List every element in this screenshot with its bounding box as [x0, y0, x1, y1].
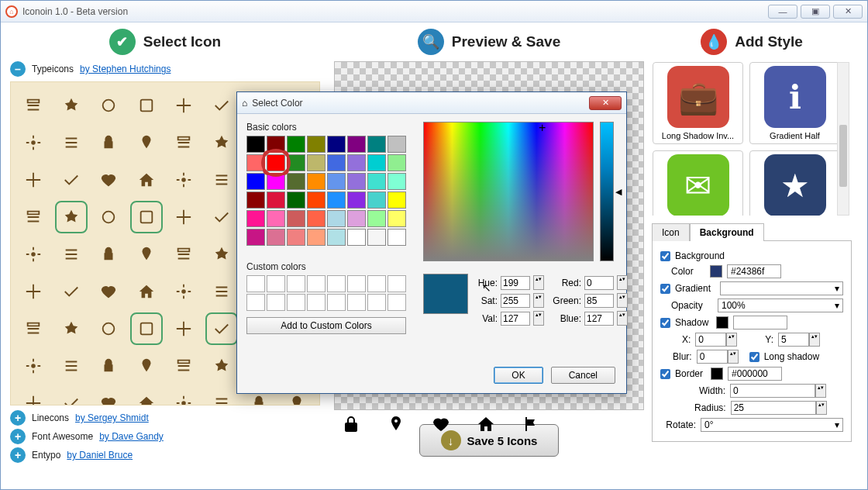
icon-cell[interactable]: [55, 238, 88, 271]
icon-cell[interactable]: [205, 350, 238, 382]
basic-color-swatch[interactable]: [388, 136, 406, 153]
val-spinner[interactable]: ▴▾: [533, 311, 544, 326]
blue-input[interactable]: [584, 312, 614, 326]
custom-color-swatch[interactable]: [246, 294, 265, 311]
icon-cell[interactable]: [17, 312, 50, 345]
icon-cell[interactable]: [17, 126, 50, 159]
iconset-author-link[interactable]: by Stephen Hutchings: [80, 64, 170, 74]
shadow-color-input[interactable]: [733, 316, 787, 330]
basic-color-swatch[interactable]: [327, 229, 346, 246]
minimize-button[interactable]: —: [768, 5, 797, 19]
color-input[interactable]: [727, 264, 781, 278]
basic-color-swatch[interactable]: [327, 136, 346, 153]
icon-cell[interactable]: [130, 126, 163, 159]
basic-color-swatch[interactable]: [307, 173, 326, 190]
tab-icon[interactable]: Icon: [652, 223, 690, 241]
custom-color-swatch[interactable]: [287, 275, 305, 292]
icon-cell[interactable]: [205, 238, 238, 271]
basic-color-swatch[interactable]: [307, 192, 326, 209]
icon-cell[interactable]: [205, 201, 238, 233]
basic-color-swatch[interactable]: [246, 173, 265, 190]
basic-color-swatch[interactable]: [267, 192, 285, 209]
basic-color-swatch[interactable]: [246, 192, 265, 209]
custom-color-swatch[interactable]: [388, 275, 406, 292]
border-checkbox[interactable]: [660, 369, 670, 379]
icon-cell[interactable]: [167, 312, 200, 345]
close-window-button[interactable]: ✕: [833, 5, 863, 19]
basic-color-swatch[interactable]: [367, 173, 386, 190]
icon-cell[interactable]: [130, 275, 163, 308]
basic-color-swatch[interactable]: [367, 210, 386, 227]
custom-color-swatch[interactable]: [327, 294, 346, 311]
icon-cell[interactable]: [167, 275, 200, 308]
basic-color-swatch[interactable]: [287, 210, 305, 227]
red-input[interactable]: [584, 276, 614, 290]
icon-cell[interactable]: [92, 238, 125, 271]
border-color-input[interactable]: [728, 367, 782, 381]
basic-color-swatch[interactable]: [307, 154, 326, 171]
basic-color-swatch[interactable]: [367, 192, 386, 209]
blur-input[interactable]: ▴▾: [697, 350, 739, 364]
green-spinner[interactable]: ▴▾: [617, 293, 628, 308]
icon-cell[interactable]: [167, 350, 200, 382]
icon-cell[interactable]: [130, 238, 163, 271]
icon-cell[interactable]: [205, 312, 238, 345]
hue-slider[interactable]: [600, 122, 614, 261]
basic-color-swatch[interactable]: [347, 154, 366, 171]
icon-cell[interactable]: [130, 201, 163, 233]
custom-color-swatch[interactable]: [367, 275, 386, 292]
icon-cell[interactable]: [55, 126, 88, 159]
icon-cell[interactable]: [17, 350, 50, 382]
basic-color-swatch[interactable]: [388, 229, 406, 246]
custom-color-swatch[interactable]: [267, 275, 285, 292]
sat-spinner[interactable]: ▴▾: [533, 293, 544, 308]
add-custom-button[interactable]: Add to Custom Colors: [246, 317, 406, 334]
basic-color-swatch[interactable]: [287, 192, 305, 209]
basic-color-swatch[interactable]: [267, 210, 285, 227]
icon-cell[interactable]: [92, 164, 125, 196]
icon-cell[interactable]: [55, 89, 88, 122]
sat-input[interactable]: [501, 294, 530, 308]
hue-input[interactable]: [501, 276, 530, 290]
shadow-swatch[interactable]: [716, 316, 728, 329]
titlebar[interactable]: ⌂ Iconoin 1.0 - Beta version — ▣ ✕: [1, 1, 867, 22]
cancel-button[interactable]: Cancel: [551, 367, 615, 384]
border-radius-input[interactable]: ▴▾: [731, 401, 843, 415]
icon-cell[interactable]: [92, 387, 125, 405]
basic-color-swatch[interactable]: [307, 136, 326, 153]
icon-cell[interactable]: [205, 387, 238, 405]
scrollbar-thumb[interactable]: [839, 125, 847, 187]
longshadow-checkbox[interactable]: [749, 352, 760, 362]
color-swatch[interactable]: [710, 265, 722, 278]
iconset-author-link[interactable]: by Daniel Bruce: [67, 450, 133, 461]
custom-color-swatch[interactable]: [388, 294, 406, 311]
basic-color-swatch[interactable]: [347, 229, 366, 246]
icon-cell[interactable]: [55, 164, 88, 196]
basic-color-swatch[interactable]: [367, 229, 386, 246]
basic-color-swatch[interactable]: [287, 173, 305, 190]
basic-color-swatch[interactable]: [267, 154, 285, 171]
opacity-combo[interactable]: 100%▾: [718, 298, 843, 312]
icon-cell[interactable]: [130, 387, 163, 405]
basic-color-swatch[interactable]: [327, 192, 346, 209]
hue-spinner[interactable]: ▴▾: [533, 275, 544, 290]
icon-cell[interactable]: [92, 126, 125, 159]
icon-cell[interactable]: [92, 89, 125, 122]
basic-color-swatch[interactable]: [307, 210, 326, 227]
icon-cell[interactable]: [130, 89, 163, 122]
icon-cell[interactable]: [130, 350, 163, 382]
custom-color-swatch[interactable]: [347, 294, 366, 311]
basic-color-swatch[interactable]: [246, 136, 265, 153]
basic-color-swatch[interactable]: [388, 154, 406, 171]
icon-cell[interactable]: [55, 350, 88, 382]
iconset-author-link[interactable]: by Sergey Shmidt: [75, 412, 149, 423]
icon-cell[interactable]: [167, 387, 200, 405]
border-width-input[interactable]: ▴▾: [730, 384, 843, 398]
basic-color-swatch[interactable]: [367, 154, 386, 171]
maximize-button[interactable]: ▣: [801, 5, 830, 19]
basic-color-swatch[interactable]: [347, 192, 366, 209]
icon-cell[interactable]: [205, 126, 238, 159]
green-input[interactable]: [584, 294, 614, 308]
rotate-combo[interactable]: 0°▾: [701, 418, 843, 432]
icon-cell[interactable]: [92, 275, 125, 308]
